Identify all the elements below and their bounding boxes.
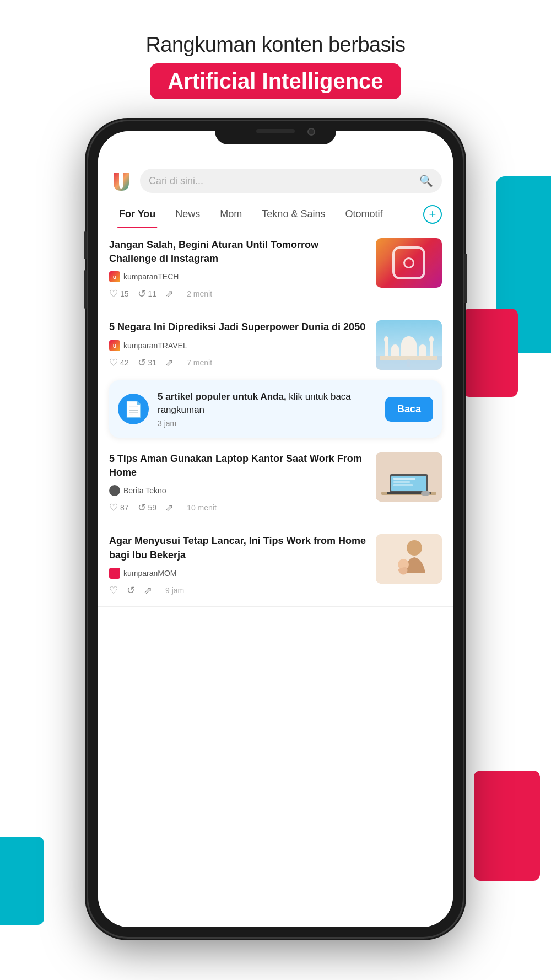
notch-speaker — [256, 129, 295, 133]
svg-point-12 — [429, 336, 434, 343]
share-btn-4[interactable]: ⇗ — [144, 584, 152, 596]
app-content: Cari di sini... 🔍 For You News Mom Tekno… — [98, 131, 453, 927]
comment-btn-3[interactable]: ↺ 59 — [138, 502, 157, 514]
header-subtitle: Rangkuman konten berbasis — [0, 33, 551, 57]
baca-button[interactable]: Baca — [385, 397, 433, 422]
news-item-1[interactable]: Jangan Salah, Begini Aturan Until Tomorr… — [98, 228, 453, 310]
notif-main-text: 5 artikel populer untuk Anda, klik untuk… — [158, 390, 376, 417]
source-name-4: kumparanMOM — [123, 569, 176, 578]
news-title-2: 5 Negara Ini Diprediksi Jadi Superpower … — [109, 320, 367, 334]
thumb-laptop-img — [376, 452, 442, 502]
source-logo-3 — [109, 485, 120, 496]
svg-rect-14 — [407, 359, 410, 367]
heart-icon-3: ♡ — [109, 502, 118, 514]
svg-rect-6 — [391, 349, 399, 356]
tab-news[interactable]: News — [165, 201, 210, 228]
like-btn-3[interactable]: ♡ 87 — [109, 502, 129, 514]
notch-camera — [307, 128, 315, 136]
comment-icon-3: ↺ — [138, 502, 146, 514]
share-icon-4: ⇗ — [144, 584, 152, 596]
document-icon: 📄 — [124, 400, 143, 418]
source-logo-1: u — [109, 271, 120, 282]
news-thumb-1 — [376, 238, 442, 288]
notif-icon-wrap: 📄 — [118, 394, 149, 424]
news-item-4[interactable]: Agar Menyusui Tetap Lancar, Ini Tips Wor… — [98, 524, 453, 606]
news-title-4: Agar Menyusui Tetap Lancar, Ini Tips Wor… — [109, 534, 367, 562]
tab-mom[interactable]: Mom — [210, 201, 252, 228]
share-btn-3[interactable]: ⇗ — [165, 502, 174, 514]
source-logo-4 — [109, 568, 120, 579]
tab-for-you[interactable]: For You — [109, 201, 165, 228]
news-actions-4: ♡ ↺ ⇗ 9 jam — [109, 584, 367, 596]
notification-banner[interactable]: 📄 5 artikel populer untuk Anda, klik unt… — [109, 380, 442, 438]
search-icon: 🔍 — [419, 174, 433, 187]
svg-rect-8 — [419, 349, 426, 356]
search-placeholder: Cari di sini... — [149, 175, 415, 187]
notif-bold-text: 5 artikel populer untuk Anda, — [158, 391, 287, 402]
notch — [215, 121, 336, 144]
news-actions-3: ♡ 87 ↺ 59 ⇗ 10 menit — [109, 502, 367, 514]
tab-bar: For You News Mom Tekno & Sains Otomotif … — [98, 201, 453, 228]
news-thumb-2 — [376, 320, 442, 370]
thumb-instagram-dot — [403, 257, 414, 268]
news-item-2[interactable]: 5 Negara Ini Diprediksi Jadi Superpower … — [98, 310, 453, 380]
news-source-3: Berita Tekno — [109, 485, 367, 496]
comment-icon-1: ↺ — [138, 288, 146, 300]
like-btn-4[interactable]: ♡ — [109, 584, 118, 596]
share-icon-3: ⇗ — [165, 502, 174, 514]
comment-icon-2: ↺ — [138, 357, 146, 369]
heart-icon-4: ♡ — [109, 584, 118, 596]
share-btn-2[interactable]: ⇗ — [165, 357, 174, 369]
tab-tekno-sains[interactable]: Tekno & Sains — [252, 201, 335, 228]
volume-up-button — [84, 231, 87, 259]
tab-otomotif[interactable]: Otomotif — [335, 201, 392, 228]
svg-rect-4 — [401, 345, 417, 356]
volume-down-button — [84, 270, 87, 309]
svg-rect-20 — [393, 478, 415, 480]
source-name-2: kumparanTRAVEL — [123, 341, 187, 350]
time-label-1: 2 menit — [187, 289, 212, 298]
thumb-tajmahal — [376, 320, 442, 370]
news-list: Jangan Salah, Begini Aturan Until Tomorr… — [98, 228, 453, 607]
comment-btn-1[interactable]: ↺ 11 — [138, 288, 157, 300]
search-bar[interactable]: Cari di sini... 🔍 — [140, 169, 442, 193]
like-btn-2[interactable]: ♡ 42 — [109, 357, 129, 369]
news-source-4: kumparanMOM — [109, 568, 367, 579]
comment-icon-4: ↺ — [127, 584, 135, 596]
app-logo — [109, 169, 133, 193]
comment-btn-4[interactable]: ↺ — [127, 584, 135, 596]
comment-btn-2[interactable]: ↺ 31 — [138, 357, 157, 369]
news-title-3: 5 Tips Aman Gunakan Laptop Kantor Saat W… — [109, 452, 367, 480]
source-name-3: Berita Tekno — [123, 486, 166, 495]
svg-rect-24 — [376, 534, 442, 584]
time-label-2: 7 menit — [187, 358, 212, 367]
source-logo-2: u — [109, 340, 120, 351]
news-content-2: 5 Negara Ini Diprediksi Jadi Superpower … — [109, 320, 367, 368]
like-btn-1[interactable]: ♡ 15 — [109, 288, 129, 300]
phone-wrapper: Cari di sini... 🔍 For You News Mom Tekno… — [88, 121, 463, 937]
source-name-1: kumparanTECH — [123, 272, 179, 281]
thumb-instagram-inner — [392, 246, 425, 279]
notif-text: 5 artikel populer untuk Anda, klik untuk… — [158, 390, 376, 428]
news-actions-1: ♡ 15 ↺ 11 ⇗ 2 menit — [109, 288, 367, 300]
news-thumb-4 — [376, 534, 442, 584]
svg-point-10 — [384, 336, 388, 343]
heart-icon-1: ♡ — [109, 288, 118, 300]
svg-point-23 — [421, 491, 430, 496]
news-content-3: 5 Tips Aman Gunakan Laptop Kantor Saat W… — [109, 452, 367, 514]
thumb-mom-img — [376, 534, 442, 584]
time-label-3: 10 menit — [187, 503, 217, 512]
share-icon-1: ⇗ — [165, 288, 174, 300]
heart-icon-2: ♡ — [109, 357, 118, 369]
svg-rect-22 — [393, 484, 413, 486]
deco-teal-bottom — [0, 837, 44, 925]
phone-screen: Cari di sini... 🔍 For You News Mom Tekno… — [98, 131, 453, 927]
share-btn-1[interactable]: ⇗ — [165, 288, 174, 300]
page-header: Rangkuman konten berbasis Artificial Int… — [0, 0, 551, 99]
add-tab-button[interactable]: + — [423, 205, 442, 224]
notif-time: 3 jam — [158, 419, 376, 428]
svg-point-25 — [407, 540, 422, 556]
news-item-3[interactable]: 5 Tips Aman Gunakan Laptop Kantor Saat W… — [98, 442, 453, 524]
share-icon-2: ⇗ — [165, 357, 174, 369]
thumb-instagram — [376, 238, 442, 288]
